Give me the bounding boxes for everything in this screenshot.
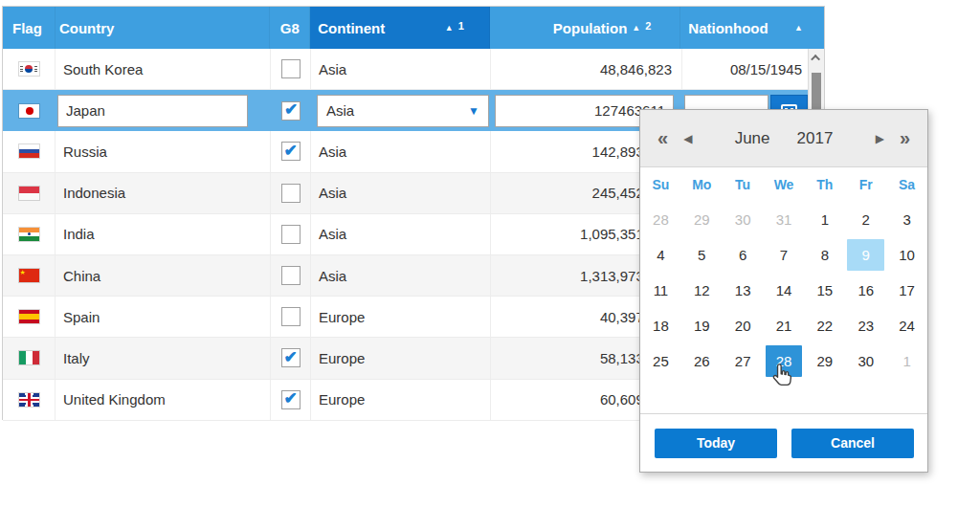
day-name: Mo bbox=[681, 177, 723, 192]
column-header-flag[interactable]: Flag bbox=[3, 7, 56, 49]
calendar-month-label[interactable]: June bbox=[735, 129, 770, 148]
column-header-continent[interactable]: Continent ▲ 1 bbox=[310, 7, 490, 49]
scroll-up-button[interactable] bbox=[809, 49, 824, 66]
country-edit-input[interactable] bbox=[57, 95, 248, 127]
flag-cell bbox=[3, 131, 56, 171]
flag-cell bbox=[3, 297, 56, 337]
nationhood-cell: 08/15/1945 bbox=[682, 49, 810, 89]
sort-order-badge: 2 bbox=[645, 20, 651, 32]
g8-cell: ✔ bbox=[271, 90, 311, 131]
day-cell[interactable]: 12 bbox=[681, 273, 723, 308]
column-header-population[interactable]: Population ▲ 2 bbox=[490, 7, 681, 49]
sort-indicator-nationhood: ▲ bbox=[794, 7, 803, 49]
hand-cursor-icon bbox=[769, 362, 795, 387]
table-row[interactable]: South Korea ✔ Asia 48,846,823 08/15/1945 bbox=[3, 49, 824, 90]
continent-cell: Asia bbox=[311, 131, 491, 171]
next-year-icon[interactable]: » bbox=[900, 127, 910, 149]
day-cell[interactable]: 28 bbox=[640, 202, 681, 237]
next-month-icon[interactable]: ▶ bbox=[876, 132, 884, 145]
continent-cell: Asia bbox=[311, 214, 491, 254]
flag-icon bbox=[19, 393, 39, 407]
calendar-footer: Today Cancel bbox=[640, 413, 927, 472]
column-header-g8-label: G8 bbox=[280, 20, 300, 36]
g8-checkbox[interactable]: ✔ bbox=[281, 348, 301, 367]
day-cell[interactable]: 3 bbox=[886, 202, 927, 237]
continent-cell: Europe bbox=[311, 338, 491, 378]
day-cell[interactable]: 7 bbox=[764, 237, 805, 273]
day-cell[interactable]: 20 bbox=[723, 308, 764, 343]
sort-asc-icon: ▲ bbox=[794, 24, 803, 33]
flag-icon bbox=[19, 104, 39, 118]
day-cell[interactable]: 4 bbox=[640, 237, 681, 273]
day-cell[interactable]: 1 bbox=[804, 202, 845, 237]
calendar-week: 4 5 6 7 8 9 10 bbox=[640, 237, 927, 273]
column-header-nationhood[interactable]: Nationhood ▲ bbox=[680, 7, 824, 49]
sort-indicator-continent: ▲ 1 bbox=[445, 7, 464, 49]
continent-dropdown-value: Asia bbox=[326, 102, 354, 119]
calendar-week: 11 12 13 14 15 16 17 bbox=[640, 273, 927, 308]
day-cell[interactable]: 23 bbox=[845, 308, 886, 343]
country-cell: United Kingdom bbox=[56, 380, 271, 420]
g8-checkbox[interactable]: ✔ bbox=[281, 184, 301, 203]
flag-cell bbox=[3, 338, 56, 378]
flag-icon bbox=[19, 187, 39, 200]
g8-edit-checkbox[interactable]: ✔ bbox=[281, 101, 301, 121]
day-name: Fr bbox=[845, 177, 886, 192]
column-header-country[interactable]: Country bbox=[56, 7, 270, 49]
day-cell[interactable]: 10 bbox=[886, 237, 927, 273]
check-icon: ✔ bbox=[283, 349, 297, 365]
flag-cell bbox=[3, 380, 56, 420]
continent-dropdown[interactable]: Asia ▼ bbox=[317, 95, 489, 127]
day-cell[interactable]: 8 bbox=[804, 237, 845, 273]
day-cell[interactable]: 1 bbox=[886, 343, 927, 379]
day-cell[interactable]: 30 bbox=[845, 343, 886, 379]
previous-year-icon[interactable]: « bbox=[657, 127, 668, 149]
today-button[interactable]: Today bbox=[655, 429, 777, 458]
g8-checkbox[interactable]: ✔ bbox=[281, 59, 301, 78]
day-cell[interactable]: 18 bbox=[640, 308, 681, 343]
day-cell[interactable]: 25 bbox=[640, 343, 681, 379]
flag-cell bbox=[3, 173, 56, 213]
g8-cell: ✔ bbox=[271, 297, 311, 337]
g8-checkbox[interactable]: ✔ bbox=[281, 225, 301, 244]
day-cell[interactable]: 24 bbox=[886, 308, 927, 343]
g8-checkbox[interactable]: ✔ bbox=[281, 266, 301, 285]
day-cell[interactable]: 17 bbox=[886, 273, 927, 308]
day-cell-today[interactable]: 9 bbox=[845, 237, 886, 273]
flag-icon bbox=[19, 62, 39, 76]
day-names-row: Su Mo Tu We Th Fr Sa bbox=[640, 167, 927, 202]
g8-cell: ✔ bbox=[271, 255, 311, 296]
day-cell[interactable]: 27 bbox=[723, 343, 764, 379]
day-cell[interactable]: 29 bbox=[681, 202, 723, 237]
sort-indicator-population: ▲ 2 bbox=[632, 22, 651, 33]
day-cell[interactable]: 31 bbox=[764, 202, 805, 237]
column-header-flag-label: Flag bbox=[12, 20, 42, 36]
g8-checkbox[interactable]: ✔ bbox=[281, 307, 301, 326]
g8-checkbox[interactable]: ✔ bbox=[281, 390, 301, 409]
previous-month-icon[interactable]: ◀ bbox=[683, 132, 692, 145]
flag-icon bbox=[19, 269, 39, 282]
day-cell[interactable]: 16 bbox=[845, 273, 886, 308]
column-header-g8[interactable]: G8 bbox=[270, 7, 310, 49]
day-cell[interactable]: 6 bbox=[723, 237, 764, 273]
country-cell: South Korea bbox=[56, 49, 271, 89]
day-cell[interactable]: 11 bbox=[640, 273, 681, 308]
day-cell[interactable]: 19 bbox=[681, 308, 723, 343]
cancel-button[interactable]: Cancel bbox=[791, 429, 914, 458]
day-cell[interactable]: 30 bbox=[723, 202, 764, 237]
check-icon: ✔ bbox=[284, 101, 298, 118]
day-cell[interactable]: 21 bbox=[764, 308, 805, 343]
day-cell[interactable]: 15 bbox=[804, 273, 845, 308]
day-cell[interactable]: 5 bbox=[681, 237, 723, 273]
day-cell[interactable]: 13 bbox=[723, 273, 764, 308]
g8-checkbox[interactable]: ✔ bbox=[281, 142, 301, 161]
day-cell[interactable]: 26 bbox=[681, 343, 723, 379]
day-cell[interactable]: 2 bbox=[845, 202, 886, 237]
sort-asc-icon: ▲ bbox=[445, 24, 454, 33]
grid-header: Flag Country G8 Continent ▲ 1 Population… bbox=[3, 7, 824, 49]
day-cell[interactable]: 14 bbox=[764, 273, 805, 308]
day-cell[interactable]: 29 bbox=[804, 343, 845, 379]
calendar-week: 18 19 20 21 22 23 24 bbox=[640, 308, 927, 343]
calendar-year-label[interactable]: 2017 bbox=[797, 129, 834, 148]
day-cell[interactable]: 22 bbox=[804, 308, 845, 343]
